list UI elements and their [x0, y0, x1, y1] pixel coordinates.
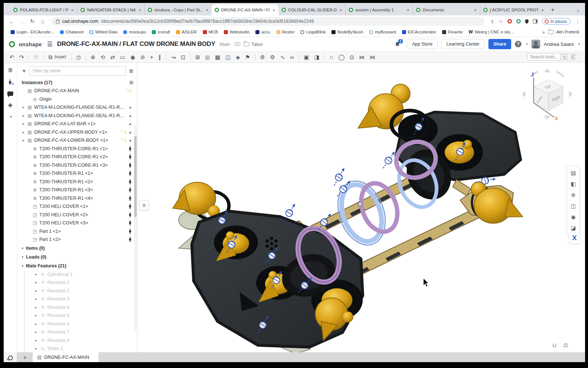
tree-item[interactable]: ◳T200 HELI COVER <2> [17, 211, 137, 219]
bookmark[interactable]: EICAccelerator [399, 29, 439, 35]
draft-analysis-icon[interactable]: ⋈ [368, 54, 377, 60]
bookmark[interactable]: MCB [200, 29, 221, 35]
mate-feature-item[interactable]: ▸⟲Revolute 4 [24, 303, 137, 312]
insert-part-icon[interactable]: ◫ [223, 54, 233, 60]
view-cube[interactable]: Z X Top Front Right [520, 66, 575, 122]
bookmark[interactable]: AISLER [173, 29, 200, 35]
mate-feature-item[interactable]: ▸⟲Revolute 7 [24, 328, 137, 336]
add-element-button[interactable]: + [17, 352, 33, 362]
expand-chevron-icon[interactable]: ▸ [22, 122, 25, 126]
expand-chevron-icon[interactable]: ▸ [34, 289, 38, 293]
bookmark[interactable]: Flowrite [440, 29, 465, 35]
tree-item[interactable]: ◳Part 1 <1> [17, 227, 137, 236]
mate-feature-item[interactable]: ▸⟲Revolute 2 [24, 287, 137, 295]
learning-center-button[interactable]: Learning Center [441, 39, 485, 49]
extension-red-icon[interactable] [508, 19, 512, 24]
tree-item[interactable]: ⊛T200-THRUSTER-R1 <4> [17, 194, 137, 203]
mate-features-icon[interactable]: + [8, 79, 13, 85]
tree-item[interactable]: ◳T200 HELI COVER <3> [17, 219, 137, 227]
expand-chevron-icon[interactable]: ▸ [22, 138, 25, 142]
belt-relation-icon[interactable]: ∞ [288, 54, 296, 60]
bookmark[interactable]: Witted Data [87, 29, 120, 35]
tab-close-icon[interactable]: × [339, 7, 343, 13]
expand-chevron-icon[interactable]: ▸ [34, 339, 38, 342]
bookmark[interactable]: Restor [274, 29, 297, 35]
tree-item[interactable]: ▸▤DRONE-FC-AX-UPPER-BODY <1>⚠▲ [17, 128, 137, 137]
tree-item[interactable]: ⊛T200-THRUSTER-R1 <3> [17, 186, 137, 194]
bookmark[interactable]: Webstudio [221, 29, 252, 35]
bookmark[interactable]: mockups [121, 29, 148, 35]
tab-close-icon[interactable]: × [541, 7, 544, 13]
tab-close-icon[interactable]: × [71, 7, 74, 13]
fastened-mate-icon[interactable]: ⊕ [89, 54, 98, 60]
browser-tab[interactable]: assiem | Assembly 1× [345, 4, 413, 15]
search-elements-icon[interactable] [4, 352, 17, 362]
expand-chevron-icon[interactable]: ▸ [34, 297, 38, 301]
group-icon[interactable]: ⊞ [193, 54, 202, 60]
expand-chevron-icon[interactable]: ▸ [34, 306, 38, 309]
tree-item[interactable]: ⊛T200-THRUSTER-CORE-R1 <3> [17, 161, 137, 170]
extension-onshape-icon[interactable] [516, 19, 521, 24]
document-title[interactable]: DRONE-FC-AX-MAIN / FLAT COW DRONE MAIN B… [57, 40, 215, 48]
tree-item[interactable]: ⊛T200-THRUSTER-CORE-R1 <1> [17, 145, 137, 153]
pause-badge[interactable]: In pausa [542, 18, 571, 25]
onshape-logo-icon[interactable] [9, 41, 15, 47]
expand-chevron-icon[interactable]: ▸ [34, 330, 38, 334]
tab-close-icon[interactable]: × [205, 7, 209, 13]
configurations-icon[interactable]: ⊛ [567, 190, 580, 201]
comments-icon[interactable] [7, 91, 13, 96]
bookmark[interactable]: accu [253, 29, 273, 35]
tree-item[interactable]: ▤DRONE-FC-AX-MAIN⚠ [17, 87, 137, 95]
tree-item[interactable]: ▸▤DRONE-FC-AX-LOWER-BODY <1>⚠▲ [17, 136, 137, 145]
sheet-metal-icon[interactable]: ◫ [567, 201, 580, 212]
browser-tab[interactable]: NAVIGATOR-STACK | NAV…× [77, 4, 144, 15]
mate-connector-icon[interactable]: ⊡ [179, 54, 188, 60]
user-name[interactable]: Andrea Saiani [544, 42, 574, 47]
new-tab-button[interactable]: + [551, 6, 555, 14]
assembly-instances-icon[interactable]: ≣ [8, 67, 12, 73]
expand-chevron-icon[interactable]: ▸ [34, 314, 38, 317]
section-header-mate[interactable]: ▾Mate Features (21) [17, 261, 137, 270]
parts-list-panel-icon[interactable]: ▤ [567, 167, 580, 178]
drawing-icon[interactable]: ▣ [302, 54, 311, 60]
tree-item[interactable]: ⊛T200-THRUSTER-CORE-R1 <2> [17, 153, 137, 161]
appearance-panel-icon[interactable]: ◉ [567, 212, 580, 223]
section-header-items[interactable]: ▾Items (0) [17, 244, 137, 253]
gear-relation-icon[interactable]: ⚙ [258, 54, 267, 60]
share-button[interactable]: Share [488, 39, 512, 49]
address-bar[interactable]: cad.onshape.com/documents/ac580e0ea2b12c… [51, 17, 484, 26]
custom-tables-icon[interactable]: ◪ [567, 223, 580, 233]
tree-item[interactable]: ◎Origin [17, 95, 137, 104]
tab-close-icon[interactable]: × [406, 7, 410, 13]
mate-feature-item[interactable]: ▸⟲Revolute 5 [24, 311, 137, 320]
bookmark[interactable]: Login - EICAccele... [8, 29, 57, 35]
bookmark[interactable]: LegalBlink [298, 29, 328, 35]
tree-item[interactable]: ⊛T200-THRUSTER-R1 <1> [17, 169, 137, 178]
browser-tab[interactable]: Documents× [413, 4, 480, 15]
other-bookmarks[interactable]: Altri Preferiti [548, 30, 581, 34]
tab-search-chevron-icon[interactable]: ⌄ [576, 7, 580, 12]
planar-mate-icon[interactable]: ▭ [118, 54, 128, 60]
back-icon[interactable]: ← [7, 18, 16, 25]
expand-chevron-icon[interactable]: ▸ [22, 114, 25, 118]
expand-chevron-icon[interactable]: ▸ [22, 130, 25, 134]
section-header-loads[interactable]: ▾Loads (0) [17, 253, 137, 261]
revolute-mate-icon[interactable]: ⟲ [98, 54, 107, 60]
bookmark[interactable]: NodeBySlush [329, 29, 366, 35]
update-references-icon[interactable]: ⟳ [32, 54, 41, 60]
document-folder[interactable]: Talos [244, 42, 263, 47]
search-tools-input[interactable]: Search tools... ⌥ C [527, 53, 579, 61]
parallel-mate-icon[interactable]: ∥ [156, 54, 164, 60]
bookmark-star-icon[interactable]: ☆ [499, 19, 503, 24]
clearance-icon[interactable]: ◯ [336, 54, 347, 60]
element-tab-active[interactable]: ▤ DRONE-FC-AX-MAIN [33, 352, 99, 362]
browser-tab[interactable]: struttura - Copy | Part St…× [144, 4, 212, 15]
browser-tab[interactable]: COLOUR-CAL-SLIDER-D…× [279, 4, 345, 15]
replicate-icon[interactable]: ◎ [203, 54, 212, 60]
share-icon[interactable]: ⇪ [490, 19, 494, 24]
pin-slot-mate-icon[interactable]: ⌖ [148, 54, 155, 60]
tangent-mate-icon[interactable]: ↝ [169, 54, 178, 60]
mate-feature-item[interactable]: ▸⟲Revolute 8 [24, 336, 137, 345]
expand-chevron-icon[interactable]: ▸ [22, 105, 25, 109]
bookmarks-overflow-icon[interactable]: » [539, 29, 548, 35]
